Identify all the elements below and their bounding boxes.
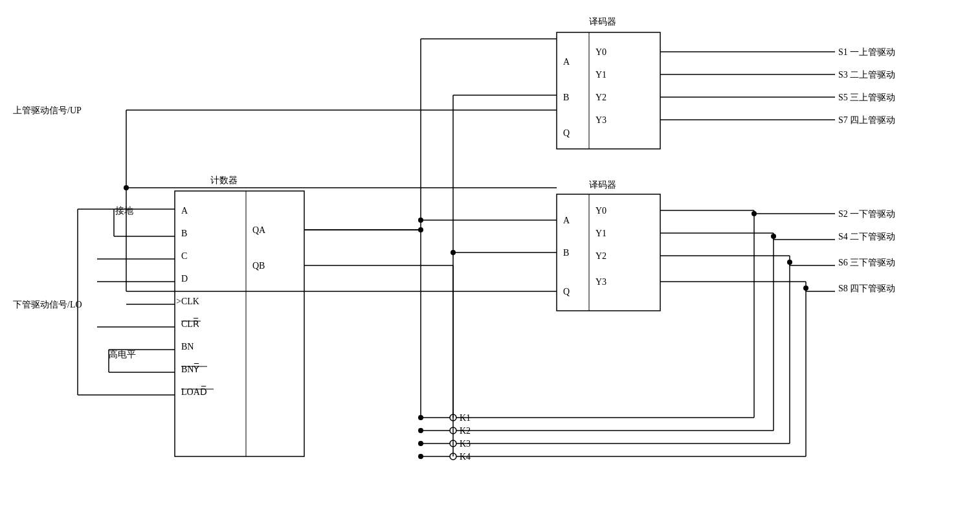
decoder-bottom-box <box>557 194 660 311</box>
counter-input-BNY: BNY̅ <box>181 363 199 374</box>
counter-input-B: B <box>181 229 187 238</box>
decoder-bottom-output-Y2: Y2 <box>596 251 607 261</box>
UP-junction <box>124 185 129 190</box>
decoder-bottom-output-Y1: Y1 <box>596 229 607 238</box>
K4-junction-top <box>803 286 808 291</box>
decoder-top-output-Y2: Y2 <box>596 93 607 102</box>
right-label-S4: S4 二下管驱动 <box>838 232 895 241</box>
right-label-S8: S8 四下管驱动 <box>838 284 895 293</box>
decoder-bottom-input-B: B <box>563 248 569 258</box>
decoder-bottom-output-Y0: Y0 <box>596 206 607 216</box>
right-label-S2: S2 一下管驱动 <box>838 209 895 219</box>
K2-junction-top <box>771 234 776 239</box>
decoder-top-output-Y3: Y3 <box>596 115 607 125</box>
decoder-top-input-A: A <box>563 57 570 67</box>
counter-input-C: C <box>181 251 187 261</box>
counter-label: 计数器 <box>210 175 238 185</box>
counter-input-CLR: CLR̅ <box>181 318 199 329</box>
decoder-bottom-input-Q: Q <box>563 287 570 297</box>
ground-label: 接地 <box>115 206 133 216</box>
decoder-bottom-input-A: A <box>563 216 570 225</box>
right-label-S6: S6 三下管驱动 <box>838 258 895 267</box>
counter-input-CLK: >CLK <box>176 297 199 306</box>
high-level-label: 高电平 <box>109 350 136 359</box>
right-label-S3: S3 二上管驱动 <box>838 70 895 80</box>
decoder-top-label: 译码器 <box>589 17 616 27</box>
decoder-top-output-Y1: Y1 <box>596 70 607 80</box>
decoder-bottom-output-Y3: Y3 <box>596 277 607 287</box>
decoder-top-input-B: B <box>563 93 569 102</box>
circuit-diagram: 译码器 A B Q Y0 Y1 Y2 Y3 S1 一上管驱动 S3 二上管驱动 … <box>0 0 980 516</box>
right-label-S1: S1 一上管驱动 <box>838 47 895 57</box>
right-label-S5: S5 三上管驱动 <box>838 93 895 102</box>
counter-input-LOAD: LOAD̅ <box>181 386 207 397</box>
counter-output-QA: QA <box>252 225 266 235</box>
QA-junction <box>418 218 423 223</box>
up-signal-label: 上管驱动信号/UP <box>13 106 82 115</box>
decoder-top-input-Q: Q <box>563 128 570 138</box>
K3-junction-top <box>787 260 792 265</box>
QB-junction <box>451 250 456 255</box>
decoder-top-box <box>557 32 660 149</box>
counter-output-QB: QB <box>252 261 265 271</box>
lo-signal-label: 下管驱动信号/LO <box>13 300 82 309</box>
counter-input-A: A <box>181 206 188 216</box>
decoder-bottom-label: 译码器 <box>589 180 616 190</box>
counter-input-BN: BN <box>181 342 194 352</box>
right-label-S7: S7 四上管驱动 <box>838 115 895 125</box>
counter-input-D: D <box>181 274 188 284</box>
decoder-top-output-Y0: Y0 <box>596 47 607 57</box>
QA-bus-junction <box>418 227 423 232</box>
K1-junction-top <box>752 211 757 216</box>
